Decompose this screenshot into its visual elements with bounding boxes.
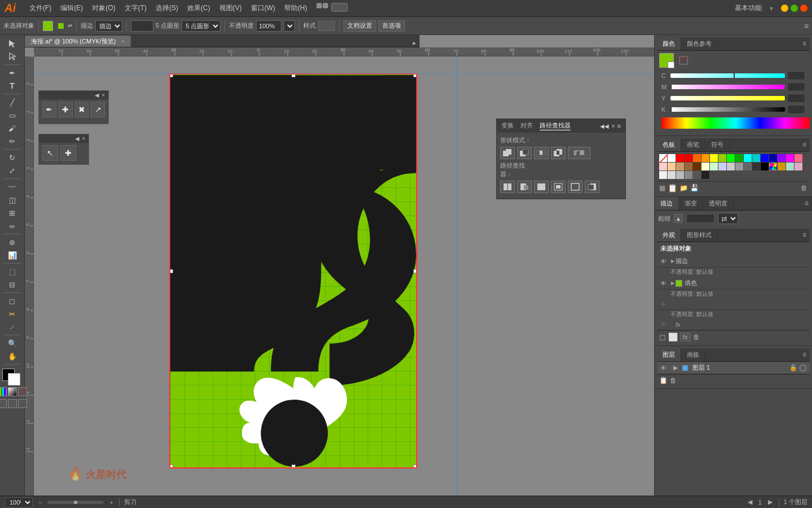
- expand-btn[interactable]: 扩展: [568, 147, 590, 159]
- select-arrow-btn[interactable]: ↖: [42, 145, 58, 161]
- layer-target-indicator[interactable]: [800, 365, 806, 371]
- fill-color-swatch[interactable]: [43, 21, 53, 31]
- zoom-plus-btn[interactable]: +: [108, 499, 114, 506]
- k-value[interactable]: 0: [787, 105, 805, 114]
- swatch-peach[interactable]: [668, 163, 676, 170]
- outline-btn[interactable]: [568, 181, 582, 193]
- swatch-pink2[interactable]: [659, 163, 667, 170]
- layer-expand-icon[interactable]: ▶: [673, 364, 678, 371]
- menu-text[interactable]: 文字(T): [120, 1, 151, 15]
- artboard-tab[interactable]: 画板: [681, 348, 705, 361]
- color-ref-tab[interactable]: 颜色参考: [681, 37, 718, 50]
- workspace-mode[interactable]: 基本功能: [730, 3, 766, 13]
- brushes-tab[interactable]: 画笔: [681, 138, 705, 151]
- minus-back-btn[interactable]: [585, 181, 599, 193]
- arrow-panel-collapse[interactable]: ◀: [75, 135, 80, 142]
- pen-tool[interactable]: ✒: [2, 67, 23, 79]
- menu-edit[interactable]: 编辑(E): [56, 1, 87, 15]
- warp-tool[interactable]: 〰: [2, 181, 23, 193]
- color-tab[interactable]: 颜色: [657, 37, 681, 50]
- crop-btn[interactable]: [551, 181, 566, 193]
- appear-extra-row[interactable]: 👁: [657, 299, 810, 310]
- swatch-none[interactable]: [659, 154, 667, 162]
- color-mode-btn[interactable]: [0, 387, 7, 396]
- selection-tool[interactable]: [2, 37, 23, 50]
- transparency-tab[interactable]: 透明度: [703, 197, 734, 210]
- swatch-view-btn[interactable]: ▦: [659, 184, 665, 192]
- merge-btn[interactable]: [534, 181, 549, 193]
- eraser-tool[interactable]: ◻: [2, 295, 23, 307]
- menu-view[interactable]: 视图(V): [215, 1, 246, 15]
- menu-window[interactable]: 窗口(W): [246, 1, 280, 15]
- symbol-tool[interactable]: ⊛: [2, 236, 23, 248]
- swatch-red2[interactable]: [685, 154, 692, 162]
- zoom-tool[interactable]: 🔍: [2, 337, 23, 349]
- sel-handle-tm[interactable]: [292, 73, 295, 77]
- appear-fill-row[interactable]: 👁 填色: [657, 277, 810, 290]
- swatches-tab[interactable]: 色板: [657, 138, 681, 151]
- m-value[interactable]: 0: [787, 82, 805, 91]
- swatch-dark2[interactable]: [701, 171, 709, 179]
- close-btn[interactable]: [800, 5, 807, 12]
- swatch-dark1[interactable]: [693, 171, 701, 179]
- prev-artboard-btn[interactable]: ◀: [746, 498, 754, 506]
- sel-handle-tr[interactable]: [413, 73, 417, 77]
- gradient-tool[interactable]: ◫: [2, 194, 23, 206]
- y-value[interactable]: 100: [787, 94, 805, 103]
- swatch-lightyellow[interactable]: [701, 163, 709, 170]
- exclude-btn[interactable]: [551, 147, 566, 159]
- transform-tab[interactable]: 渐变: [679, 197, 703, 210]
- pathfinder-panel-header[interactable]: 变换 对齐 路径查找器 ◀◀ × ≡: [497, 119, 625, 133]
- stroke-unit-select[interactable]: pt: [718, 213, 738, 224]
- trim-btn[interactable]: [517, 181, 532, 193]
- stroke-up-btn[interactable]: ▲: [674, 214, 683, 223]
- swatch-red1[interactable]: [676, 154, 684, 162]
- swatch-blue2[interactable]: [769, 154, 777, 162]
- swatch-yellow[interactable]: [710, 154, 718, 162]
- swatch-offwhite1[interactable]: [659, 171, 667, 179]
- unite-btn[interactable]: [500, 147, 515, 159]
- gradient-fill-btn[interactable]: [8, 387, 17, 396]
- artboard-tool[interactable]: ⬚: [2, 265, 23, 278]
- swatch-folder-btn[interactable]: 📁: [679, 184, 688, 192]
- minimize-btn[interactable]: [781, 5, 788, 12]
- stroke-panel-menu[interactable]: ≡: [801, 197, 812, 210]
- pf-collapse-icon[interactable]: ◀◀: [600, 123, 609, 129]
- swatch-cyan1[interactable]: [744, 154, 752, 162]
- swatch-mid2[interactable]: [685, 171, 692, 179]
- symbols-tab[interactable]: 符号: [705, 138, 730, 151]
- zoom-minus-btn[interactable]: −: [37, 499, 43, 506]
- appear-clear-btn[interactable]: 🗑: [693, 333, 700, 341]
- maximize-btn[interactable]: [791, 5, 798, 12]
- add-anchor-btn[interactable]: ✚: [59, 102, 73, 117]
- swatch-lightgreen[interactable]: [710, 163, 718, 170]
- rotate-tool[interactable]: ↻: [2, 151, 23, 164]
- pf-tab-transform[interactable]: 变换: [501, 121, 514, 130]
- swatch-gray2[interactable]: [735, 163, 743, 170]
- sel-handle-mr[interactable]: [413, 269, 417, 273]
- graphic-styles-tab[interactable]: 图形样式: [681, 229, 718, 242]
- type-tool[interactable]: T: [2, 80, 23, 92]
- minus-front-btn[interactable]: [517, 147, 532, 159]
- swatches-menu[interactable]: ≡: [799, 138, 810, 151]
- line-tool[interactable]: ╱: [2, 96, 23, 108]
- divide-btn[interactable]: [500, 181, 515, 193]
- pf-close-icon[interactable]: ×: [611, 122, 615, 129]
- swatch-cyan2[interactable]: [752, 154, 760, 162]
- swatch-orange2[interactable]: [701, 154, 709, 162]
- swatch-special3[interactable]: [786, 163, 794, 170]
- appear-fx-row[interactable]: 👁 fx: [657, 319, 810, 330]
- fill-eye-icon[interactable]: 👁: [660, 280, 667, 287]
- swatch-mid1[interactable]: [676, 171, 684, 179]
- mesh-tool[interactable]: ⊞: [2, 207, 23, 219]
- appear-add-fill-btn[interactable]: ◻: [659, 332, 666, 341]
- swatch-special1[interactable]: [769, 163, 777, 170]
- swatch-special4[interactable]: [795, 163, 802, 170]
- swatch-green1[interactable]: [727, 154, 735, 162]
- doc-setup-btn[interactable]: 文档设置: [343, 20, 376, 32]
- hand-tool[interactable]: ✋: [2, 350, 23, 362]
- swatch-offwhite2[interactable]: [668, 171, 676, 179]
- pf-menu-icon[interactable]: ≡: [617, 122, 621, 129]
- swatch-lightblue[interactable]: [718, 163, 726, 170]
- swatch-green2[interactable]: [735, 154, 743, 162]
